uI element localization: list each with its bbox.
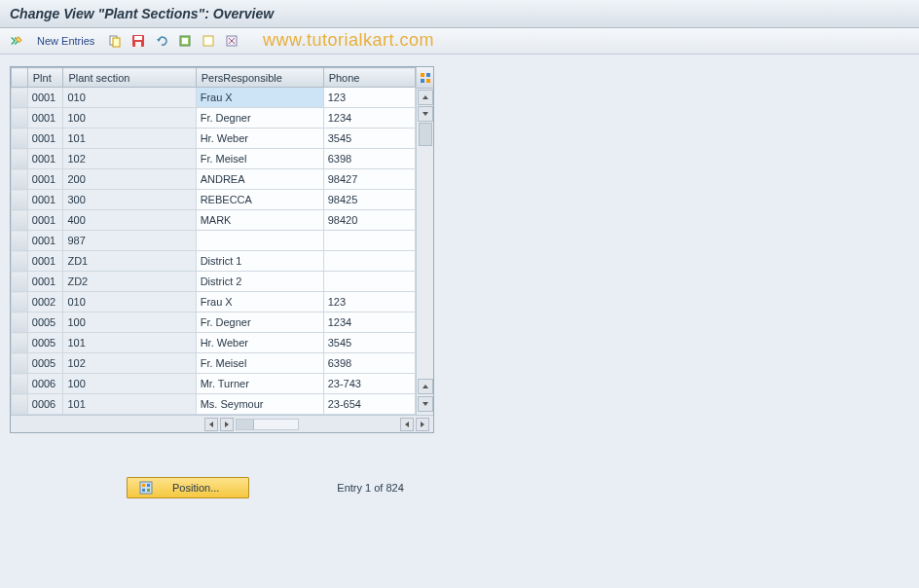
cell-pers-responsible[interactable]: Fr. Degner <box>196 108 323 129</box>
hscroll-right-icon[interactable] <box>220 418 234 431</box>
delete-icon[interactable] <box>223 32 240 50</box>
scroll-up-bottom-icon[interactable] <box>418 379 433 394</box>
cell-phone[interactable]: 98425 <box>323 190 415 210</box>
row-selector[interactable] <box>12 333 28 353</box>
cell-pers-responsible[interactable]: Frau X <box>196 292 323 312</box>
table-row[interactable]: 0001100Fr. Degner1234 <box>12 108 416 129</box>
hscroll-track[interactable] <box>236 419 299 430</box>
deselect-all-icon[interactable] <box>200 32 217 50</box>
cell-phone[interactable]: 23-743 <box>323 374 415 394</box>
row-selector[interactable] <box>12 312 28 333</box>
position-button[interactable]: Position... <box>127 477 249 498</box>
row-selector[interactable] <box>12 292 28 312</box>
row-selector[interactable] <box>12 231 28 251</box>
cell-phone[interactable]: 6398 <box>323 353 415 374</box>
cell-phone[interactable]: 98427 <box>323 169 415 190</box>
cell-section: 300 <box>63 190 196 210</box>
vertical-scrollbar[interactable] <box>416 67 433 415</box>
row-selector[interactable] <box>12 149 28 169</box>
cell-phone[interactable]: 123 <box>323 88 415 108</box>
svg-rect-17 <box>142 484 145 487</box>
table-row[interactable]: 0006101Ms. Seymour23-654 <box>12 394 416 415</box>
cell-pers-responsible[interactable]: Fr. Degner <box>196 312 323 333</box>
table-row[interactable]: 0005101Hr. Weber3545 <box>12 333 416 353</box>
cell-phone[interactable]: 23-654 <box>323 394 415 415</box>
cell-plnt: 0001 <box>27 108 63 129</box>
row-selector[interactable] <box>12 108 28 129</box>
table-row[interactable]: 0005100Fr. Degner1234 <box>12 312 416 333</box>
row-selector[interactable] <box>12 251 28 272</box>
hscroll-left-end-icon[interactable] <box>400 418 414 431</box>
cell-pers-responsible[interactable]: Frau X <box>196 88 323 108</box>
toggle-change-icon[interactable] <box>8 32 25 50</box>
scroll-down-icon[interactable] <box>418 106 433 122</box>
row-selector[interactable] <box>12 190 28 210</box>
cell-section: 102 <box>63 353 196 374</box>
table-row[interactable]: 0001200ANDREA98427 <box>12 169 416 190</box>
header-pers[interactable]: PersResponsible <box>196 68 323 88</box>
table-row[interactable]: 0001400MARK98420 <box>12 210 416 231</box>
table-row[interactable]: 0001101Hr. Weber3545 <box>12 129 416 149</box>
cell-phone[interactable] <box>323 231 415 251</box>
hscroll-right-end-icon[interactable] <box>416 418 429 431</box>
table-row[interactable]: 0001010Frau X123 <box>12 88 416 108</box>
cell-pers-responsible[interactable]: Fr. Meisel <box>196 149 323 169</box>
cell-pers-responsible[interactable]: ANDREA <box>196 169 323 190</box>
hscroll-left-icon[interactable] <box>204 418 218 431</box>
header-plnt[interactable]: Plnt <box>27 68 63 88</box>
row-selector[interactable] <box>12 88 28 108</box>
cell-phone[interactable]: 6398 <box>323 149 415 169</box>
cell-pers-responsible[interactable]: District 2 <box>196 272 323 292</box>
row-selector[interactable] <box>12 210 28 231</box>
cell-section: 987 <box>63 231 196 251</box>
table-row[interactable]: 0001102Fr. Meisel6398 <box>12 149 416 169</box>
header-selector[interactable] <box>12 68 28 88</box>
table-row[interactable]: 0001ZD2District 2 <box>12 272 416 292</box>
copy-icon[interactable] <box>106 32 124 50</box>
cell-pers-responsible[interactable]: District 1 <box>196 251 323 272</box>
header-section[interactable]: Plant section <box>63 68 196 88</box>
table-row[interactable]: 0002010Frau X123 <box>12 292 416 312</box>
undo-icon[interactable] <box>153 32 170 50</box>
row-selector[interactable] <box>12 272 28 292</box>
scroll-up-icon[interactable] <box>418 90 433 105</box>
cell-pers-responsible[interactable]: Hr. Weber <box>196 333 323 353</box>
horizontal-scrollbar[interactable] <box>11 415 433 432</box>
cell-phone[interactable]: 1234 <box>323 312 415 333</box>
table-row[interactable]: 0001ZD1District 1 <box>12 251 416 272</box>
scroll-thumb[interactable] <box>419 123 432 146</box>
save-icon[interactable] <box>129 32 147 50</box>
cell-pers-responsible[interactable]: Fr. Meisel <box>196 353 323 374</box>
position-label: Position... <box>172 482 219 494</box>
scroll-down-bottom-icon[interactable] <box>418 396 433 412</box>
cell-pers-responsible[interactable]: Hr. Weber <box>196 129 323 149</box>
cell-pers-responsible[interactable]: Ms. Seymour <box>196 394 323 415</box>
row-selector[interactable] <box>12 353 28 374</box>
cell-phone[interactable] <box>323 251 415 272</box>
header-phone[interactable]: Phone <box>323 68 415 88</box>
select-all-icon[interactable] <box>176 32 194 50</box>
table-configure-icon[interactable] <box>420 72 431 84</box>
cell-pers-responsible[interactable]: Mr. Turner <box>196 374 323 394</box>
cell-phone[interactable] <box>323 272 415 292</box>
table-row[interactable]: 0005102Fr. Meisel6398 <box>12 353 416 374</box>
cell-pers-responsible[interactable] <box>196 231 323 251</box>
row-selector[interactable] <box>12 374 28 394</box>
cell-pers-responsible[interactable]: MARK <box>196 210 323 231</box>
table-row[interactable]: 0001987 <box>12 231 416 251</box>
hscroll-thumb[interactable] <box>237 420 254 429</box>
cell-phone[interactable]: 3545 <box>323 129 415 149</box>
row-selector[interactable] <box>12 169 28 190</box>
table-row[interactable]: 0006100Mr. Turner23-743 <box>12 374 416 394</box>
new-entries-button[interactable]: New Entries <box>31 35 100 47</box>
cell-pers-responsible[interactable]: REBECCA <box>196 190 323 210</box>
cell-phone[interactable]: 3545 <box>323 333 415 353</box>
row-selector[interactable] <box>12 394 28 415</box>
plant-sections-table: Plnt Plant section PersResponsible Phone… <box>11 67 416 415</box>
table-row[interactable]: 0001300REBECCA98425 <box>12 190 416 210</box>
cell-phone[interactable]: 123 <box>323 292 415 312</box>
cell-phone[interactable]: 98420 <box>323 210 415 231</box>
row-selector[interactable] <box>12 129 28 149</box>
cell-plnt: 0006 <box>27 374 63 394</box>
cell-phone[interactable]: 1234 <box>323 108 415 129</box>
